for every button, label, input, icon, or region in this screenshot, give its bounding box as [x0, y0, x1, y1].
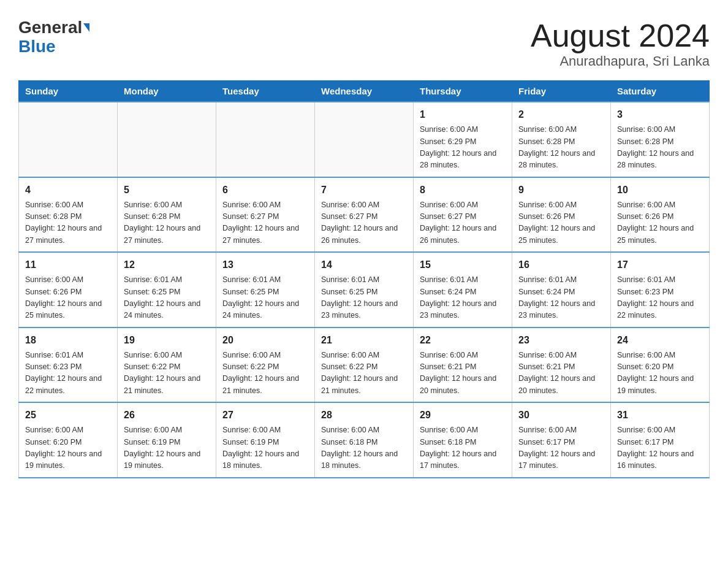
day-info: Sunrise: 6:00 AMSunset: 6:28 PMDaylight:… [25, 199, 111, 247]
calendar-cell: 9Sunrise: 6:00 AMSunset: 6:26 PMDaylight… [512, 177, 611, 253]
logo-triangle-icon [83, 23, 89, 32]
location-title: Anuradhapura, Sri Lanka [531, 53, 710, 69]
header-wednesday: Wednesday [315, 81, 414, 102]
day-info: Sunrise: 6:00 AMSunset: 6:28 PMDaylight:… [124, 199, 210, 247]
day-number: 21 [321, 333, 407, 348]
day-number: 4 [25, 183, 111, 197]
day-info: Sunrise: 6:00 AMSunset: 6:29 PMDaylight:… [420, 124, 506, 172]
day-number: 10 [617, 183, 703, 197]
week-row-1: 1Sunrise: 6:00 AMSunset: 6:29 PMDaylight… [19, 102, 710, 177]
calendar-cell: 16Sunrise: 6:01 AMSunset: 6:24 PMDayligh… [512, 252, 611, 327]
day-info: Sunrise: 6:00 AMSunset: 6:22 PMDaylight:… [124, 350, 210, 397]
day-number: 12 [124, 258, 210, 272]
day-number: 1 [420, 107, 506, 122]
day-number: 9 [518, 183, 604, 197]
day-info: Sunrise: 6:00 AMSunset: 6:18 PMDaylight:… [420, 424, 506, 472]
calendar-cell: 30Sunrise: 6:00 AMSunset: 6:17 PMDayligh… [512, 402, 611, 478]
calendar-cell: 1Sunrise: 6:00 AMSunset: 6:29 PMDaylight… [414, 102, 512, 177]
day-info: Sunrise: 6:00 AMSunset: 6:17 PMDaylight:… [518, 424, 604, 472]
header-thursday: Thursday [414, 81, 512, 102]
calendar-cell: 8Sunrise: 6:00 AMSunset: 6:27 PMDaylight… [414, 177, 512, 253]
logo-general: General [18, 18, 82, 37]
calendar-cell: 11Sunrise: 6:00 AMSunset: 6:26 PMDayligh… [19, 252, 118, 327]
day-number: 18 [25, 333, 111, 348]
week-row-5: 25Sunrise: 6:00 AMSunset: 6:20 PMDayligh… [19, 402, 710, 478]
day-info: Sunrise: 6:00 AMSunset: 6:26 PMDaylight:… [518, 199, 604, 247]
day-number: 23 [518, 333, 604, 348]
calendar-cell: 18Sunrise: 6:01 AMSunset: 6:23 PMDayligh… [19, 327, 118, 403]
day-number: 29 [420, 408, 506, 423]
day-number: 30 [518, 408, 604, 423]
day-info: Sunrise: 6:00 AMSunset: 6:26 PMDaylight:… [25, 274, 111, 322]
day-number: 16 [518, 258, 604, 272]
calendar-cell: 31Sunrise: 6:00 AMSunset: 6:17 PMDayligh… [611, 402, 710, 478]
week-row-4: 18Sunrise: 6:01 AMSunset: 6:23 PMDayligh… [19, 327, 710, 403]
day-number: 6 [222, 183, 308, 197]
day-number: 15 [420, 258, 506, 272]
day-info: Sunrise: 6:00 AMSunset: 6:27 PMDaylight:… [222, 199, 308, 247]
page-header: General Blue August 2024 Anuradhapura, S… [18, 18, 710, 69]
day-number: 31 [617, 408, 703, 423]
calendar-cell: 19Sunrise: 6:00 AMSunset: 6:22 PMDayligh… [118, 327, 216, 403]
day-number: 27 [222, 408, 308, 423]
calendar-cell [19, 102, 118, 177]
day-info: Sunrise: 6:00 AMSunset: 6:17 PMDaylight:… [617, 424, 703, 472]
day-info: Sunrise: 6:00 AMSunset: 6:18 PMDaylight:… [321, 424, 407, 472]
day-info: Sunrise: 6:00 AMSunset: 6:22 PMDaylight:… [321, 350, 407, 397]
month-title: August 2024 [531, 18, 710, 53]
calendar-cell: 14Sunrise: 6:01 AMSunset: 6:25 PMDayligh… [315, 252, 414, 327]
day-number: 25 [25, 408, 111, 423]
calendar-cell: 29Sunrise: 6:00 AMSunset: 6:18 PMDayligh… [414, 402, 512, 478]
day-number: 11 [25, 258, 111, 272]
calendar-cell: 23Sunrise: 6:00 AMSunset: 6:21 PMDayligh… [512, 327, 611, 403]
calendar-cell: 5Sunrise: 6:00 AMSunset: 6:28 PMDaylight… [118, 177, 216, 253]
calendar-cell: 3Sunrise: 6:00 AMSunset: 6:28 PMDaylight… [611, 102, 710, 177]
calendar-cell: 22Sunrise: 6:00 AMSunset: 6:21 PMDayligh… [414, 327, 512, 403]
day-number: 13 [222, 258, 308, 272]
logo-blue: Blue [18, 37, 56, 56]
day-info: Sunrise: 6:00 AMSunset: 6:21 PMDaylight:… [420, 350, 506, 397]
calendar-cell: 17Sunrise: 6:01 AMSunset: 6:23 PMDayligh… [611, 252, 710, 327]
day-number: 7 [321, 183, 407, 197]
day-info: Sunrise: 6:01 AMSunset: 6:24 PMDaylight:… [420, 274, 506, 322]
header-row: SundayMondayTuesdayWednesdayThursdayFrid… [19, 81, 710, 102]
day-info: Sunrise: 6:00 AMSunset: 6:22 PMDaylight:… [222, 350, 308, 397]
day-number: 22 [420, 333, 506, 348]
day-number: 28 [321, 408, 407, 423]
calendar-cell: 12Sunrise: 6:01 AMSunset: 6:25 PMDayligh… [118, 252, 216, 327]
day-info: Sunrise: 6:00 AMSunset: 6:27 PMDaylight:… [321, 199, 407, 247]
day-number: 3 [617, 107, 703, 122]
title-area: August 2024 Anuradhapura, Sri Lanka [531, 18, 710, 69]
header-sunday: Sunday [19, 81, 118, 102]
day-info: Sunrise: 6:00 AMSunset: 6:26 PMDaylight:… [617, 199, 703, 247]
day-info: Sunrise: 6:01 AMSunset: 6:24 PMDaylight:… [518, 274, 604, 322]
calendar-cell: 2Sunrise: 6:00 AMSunset: 6:28 PMDaylight… [512, 102, 611, 177]
day-info: Sunrise: 6:00 AMSunset: 6:21 PMDaylight:… [518, 350, 604, 397]
day-info: Sunrise: 6:00 AMSunset: 6:28 PMDaylight:… [617, 124, 703, 172]
day-number: 14 [321, 258, 407, 272]
day-number: 26 [124, 408, 210, 423]
calendar-table: SundayMondayTuesdayWednesdayThursdayFrid… [18, 80, 710, 478]
calendar-cell: 27Sunrise: 6:00 AMSunset: 6:19 PMDayligh… [216, 402, 315, 478]
calendar-cell: 26Sunrise: 6:00 AMSunset: 6:19 PMDayligh… [118, 402, 216, 478]
day-number: 5 [124, 183, 210, 197]
calendar-cell: 6Sunrise: 6:00 AMSunset: 6:27 PMDaylight… [216, 177, 315, 253]
day-number: 19 [124, 333, 210, 348]
day-info: Sunrise: 6:01 AMSunset: 6:25 PMDaylight:… [222, 274, 308, 322]
calendar-cell: 25Sunrise: 6:00 AMSunset: 6:20 PMDayligh… [19, 402, 118, 478]
calendar-cell: 28Sunrise: 6:00 AMSunset: 6:18 PMDayligh… [315, 402, 414, 478]
day-number: 20 [222, 333, 308, 348]
week-row-2: 4Sunrise: 6:00 AMSunset: 6:28 PMDaylight… [19, 177, 710, 253]
calendar-cell: 24Sunrise: 6:00 AMSunset: 6:20 PMDayligh… [611, 327, 710, 403]
day-info: Sunrise: 6:01 AMSunset: 6:25 PMDaylight:… [124, 274, 210, 322]
header-monday: Monday [118, 81, 216, 102]
day-info: Sunrise: 6:00 AMSunset: 6:28 PMDaylight:… [518, 124, 604, 172]
day-info: Sunrise: 6:00 AMSunset: 6:19 PMDaylight:… [124, 424, 210, 472]
week-row-3: 11Sunrise: 6:00 AMSunset: 6:26 PMDayligh… [19, 252, 710, 327]
calendar-cell: 7Sunrise: 6:00 AMSunset: 6:27 PMDaylight… [315, 177, 414, 253]
day-number: 24 [617, 333, 703, 348]
header-friday: Friday [512, 81, 611, 102]
day-number: 17 [617, 258, 703, 272]
calendar-cell: 21Sunrise: 6:00 AMSunset: 6:22 PMDayligh… [315, 327, 414, 403]
logo: General Blue [18, 18, 89, 56]
